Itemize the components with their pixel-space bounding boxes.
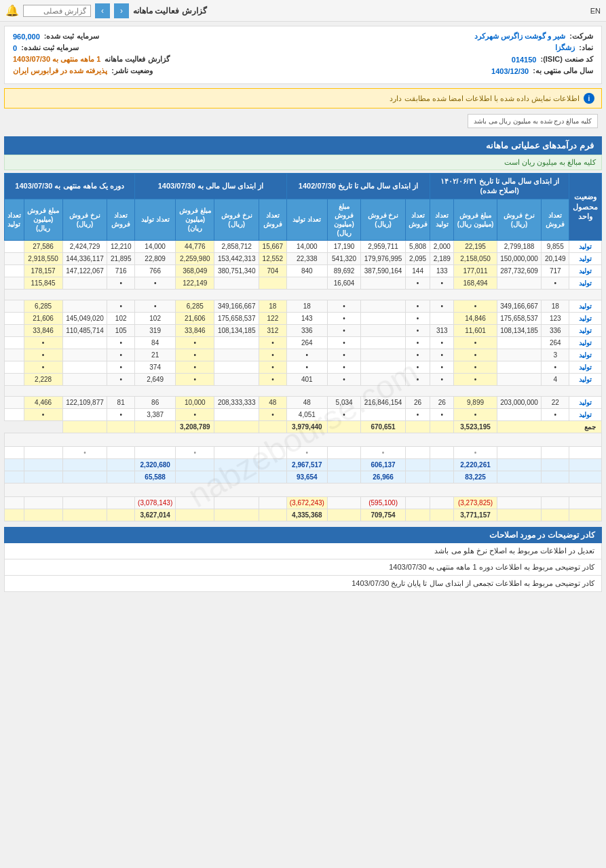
v3: 27,586: [24, 240, 62, 252]
v11: •: [176, 361, 214, 373]
v11: 122,149: [176, 277, 214, 289]
v13: 716: [107, 264, 135, 277]
v2: [497, 373, 542, 385]
total-v11: 3,979,440: [286, 420, 327, 433]
v14: 147,122,067: [62, 264, 107, 277]
footer-title: کادر توضیحات در مورد اصلاحات: [4, 527, 602, 543]
v4: •: [430, 408, 454, 420]
extra: [5, 300, 24, 312]
search-input[interactable]: [23, 5, 91, 17]
status-cell: تولید: [569, 324, 602, 336]
v6: [361, 312, 406, 324]
v4: •: [430, 361, 454, 373]
v10: [214, 361, 259, 373]
v15: •: [454, 349, 497, 361]
status-cell: تولید: [569, 336, 602, 349]
v11: •: [176, 349, 214, 361]
v12: •: [135, 300, 176, 312]
status-cell: تولید: [569, 408, 602, 420]
v5: •: [405, 408, 430, 420]
top-header: EN گزارش فعالیت ماهانه ‹ › 🔔: [0, 0, 606, 22]
table-row: تولید 3 • • • • • • • 21 • •: [5, 349, 602, 361]
v10: 175,658,537: [214, 312, 259, 324]
v8: 4,051: [286, 408, 327, 420]
v12: 2,649: [135, 373, 176, 385]
v6: 2,959,711: [361, 240, 406, 252]
v12: 84: [135, 336, 176, 349]
v7: 541,320: [327, 252, 360, 264]
v14: 2,424,729: [62, 240, 107, 252]
nav-next-button[interactable]: ›: [95, 3, 110, 18]
v4: •: [430, 300, 454, 312]
status-value: پذیرفته شده در فرابورس ایران: [13, 66, 107, 75]
v3: 178,157: [24, 264, 62, 277]
v7: •: [327, 408, 360, 420]
company-cell: شرکت: شیر و گوشت زاگرس شهرکرد: [474, 32, 593, 41]
extra: [5, 361, 24, 373]
v10: [214, 349, 259, 361]
extra: [5, 373, 24, 385]
table-row: تولید 18 349,166,667 • • • • 18 18 349,1…: [5, 300, 602, 312]
v14: 122,109,877: [62, 396, 107, 408]
v4: 313: [430, 324, 454, 336]
v7: •: [327, 361, 360, 373]
v14: [62, 277, 107, 289]
v3: 115,845: [24, 277, 62, 289]
v9: •: [259, 373, 287, 385]
empty-row: [5, 433, 602, 446]
v1: •: [542, 277, 569, 289]
v9: •: [259, 336, 287, 349]
total-v11b: [259, 420, 287, 433]
v6: [361, 349, 406, 361]
v12: 3,387: [135, 408, 176, 420]
th-sell-rate-2: نرخ فروش (ریال): [361, 199, 406, 240]
v5: •: [405, 349, 430, 361]
v1: 9,855: [542, 240, 569, 252]
v6: 216,846,154: [361, 396, 406, 408]
capital-reg-label: سرمایه ثبت شده:: [44, 32, 99, 41]
extra: [5, 324, 24, 336]
extra: [5, 252, 24, 264]
v2: [497, 336, 542, 349]
capital-reg-cell: سرمایه ثبت شده: 960,000: [13, 32, 99, 41]
v5: •: [405, 336, 430, 349]
extra: [5, 277, 24, 289]
th-sell-amount-3: مبلغ فروش (میلیون ریان): [176, 199, 214, 240]
table-row: تولید 264 • • • • 264 • • 84 • •: [5, 336, 602, 349]
v13: •: [107, 336, 135, 349]
status-cell: تولید: [569, 240, 602, 252]
isic-value: 014150: [512, 56, 537, 64]
status-cell: وضعیت ناشر: پذیرفته شده در فرابورس ایران: [13, 66, 153, 75]
summary-row-2: 83,22526,96693,65465,588: [5, 471, 602, 483]
v13: 105: [107, 324, 135, 336]
v13: •: [107, 277, 135, 289]
v7: 16,604: [327, 277, 360, 289]
empty-row-2: [5, 483, 602, 496]
v6: [361, 373, 406, 385]
th-prod-count-3: تعداد تولید: [135, 199, 176, 240]
v14: [62, 408, 107, 420]
info-icon: i: [584, 93, 594, 104]
v4: •: [430, 277, 454, 289]
table-row: تولید • 168,494 • • 16,604 122,149 • • 1…: [5, 277, 602, 289]
v3: 4,466: [24, 396, 62, 408]
th-prod-count-2: تعداد تولید: [286, 199, 327, 240]
v8: 336: [286, 324, 327, 336]
v7: 5,034: [327, 396, 360, 408]
v12: •: [135, 277, 176, 289]
report-period: 1 ماهه منتهی به 1403/07/30: [13, 55, 100, 64]
v11: 44,776: [176, 240, 214, 252]
nav-prev-button[interactable]: ‹: [114, 3, 129, 18]
status-cell: تولید: [569, 277, 602, 289]
main-table: وضعیت محصول واحد از ابتدای سال مالی تا ت…: [4, 173, 602, 521]
table-row: تولید 22 203,000,000 9,899 26 26 216,846…: [5, 396, 602, 408]
status-cell: تولید: [569, 373, 602, 385]
v15: 14,846: [454, 312, 497, 324]
alert-banner: i اطلاعات نمایش داده شده با اطلاعات امضا…: [4, 88, 602, 108]
total-v3c: [107, 420, 135, 433]
v5: •: [405, 324, 430, 336]
report-title: گزارش فعالیت ماهانه: [133, 6, 207, 16]
v10: 2,858,712: [214, 240, 259, 252]
v3: •: [24, 408, 62, 420]
th-sell-rate-1: نرخ فروش (ریال): [497, 199, 542, 240]
